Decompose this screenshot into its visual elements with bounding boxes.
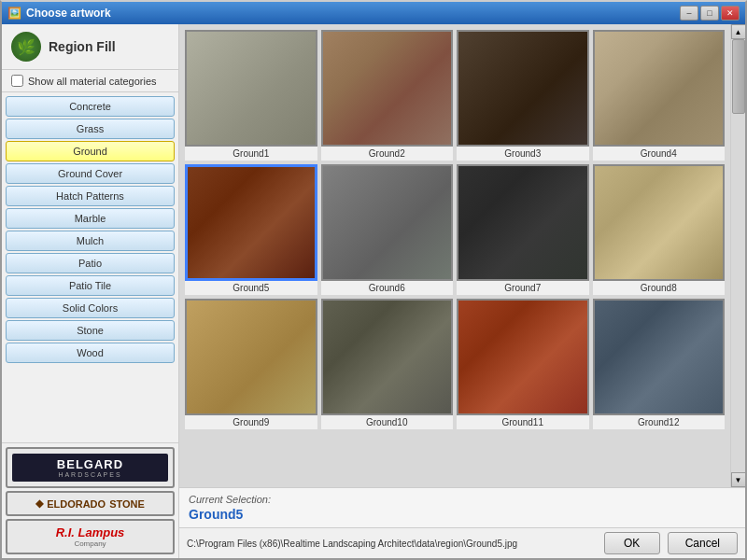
thumb-label-ground6: Ground6 — [321, 281, 454, 295]
window-icon: 🖼️ — [7, 7, 21, 20]
category-btn-mulch[interactable]: Mulch — [6, 231, 175, 251]
show-all-checkbox-area: Show all material categories — [2, 70, 178, 92]
thumb-wrapper-ground3 — [457, 30, 589, 147]
thumb-wrapper-ground9 — [185, 299, 317, 415]
thumb-texture-ground1 — [187, 32, 316, 145]
lampus-sponsor-button[interactable]: R.I. LampusCompany — [6, 519, 175, 554]
thumb-item-ground3[interactable]: Ground3 — [457, 30, 589, 161]
category-btn-patio-tile[interactable]: Patio Tile — [6, 275, 175, 296]
scroll-thumb[interactable] — [732, 39, 745, 114]
thumb-item-ground5[interactable]: Ground5 — [185, 164, 317, 295]
title-buttons: – □ ✕ — [680, 6, 740, 21]
thumb-label-ground5: Ground5 — [185, 281, 317, 295]
thumbnail-grid: Ground1Ground2Ground3Ground4Ground5Groun… — [179, 24, 730, 487]
content-area: 🌿 Region Fill Show all material categori… — [2, 24, 745, 558]
thumb-label-ground9: Ground9 — [185, 415, 317, 429]
thumb-wrapper-ground5 — [185, 164, 317, 281]
grid-scroll-wrapper: Ground1Ground2Ground3Ground4Ground5Groun… — [179, 24, 745, 487]
right-scrollbar: ▲ ▼ — [730, 24, 745, 487]
category-btn-ground[interactable]: Ground — [6, 141, 175, 161]
category-btn-patio[interactable]: Patio — [6, 253, 175, 273]
category-btn-hatch-patterns[interactable]: Hatch Patterns — [6, 186, 175, 206]
belgard-sublabel: HARDSCAPES — [16, 471, 164, 478]
thumb-texture-ground9 — [187, 301, 316, 413]
thumb-texture-ground12 — [595, 301, 724, 413]
cancel-button[interactable]: Cancel — [668, 532, 738, 554]
thumb-texture-ground10 — [323, 301, 452, 413]
thumb-label-ground10: Ground10 — [321, 415, 454, 429]
bottom-bar: C:\Program Files (x86)\Realtime Landscap… — [179, 527, 745, 558]
category-btn-marble[interactable]: Marble — [6, 208, 175, 229]
thumb-label-ground8: Ground8 — [593, 281, 726, 295]
thumb-item-ground11[interactable]: Ground11 — [457, 299, 589, 429]
scroll-down-arrow[interactable]: ▼ — [731, 472, 746, 487]
thumb-texture-ground6 — [323, 166, 452, 279]
thumb-item-ground4[interactable]: Ground4 — [593, 30, 726, 161]
thumb-label-ground7: Ground7 — [457, 281, 589, 295]
category-btn-solid-colors[interactable]: Solid Colors — [6, 298, 175, 318]
current-selection-value: Ground5 — [189, 507, 736, 522]
ok-button[interactable]: OK — [604, 532, 660, 554]
main-area: Ground1Ground2Ground3Ground4Ground5Groun… — [179, 24, 745, 558]
eldorado-sponsor-button[interactable]: ◆ ELDORADO STONE — [6, 491, 175, 516]
eldorado-label: ELDORADO — [47, 498, 106, 510]
thumb-texture-ground11 — [458, 301, 587, 413]
window-title: Choose artwork — [26, 7, 111, 20]
close-button[interactable]: ✕ — [721, 6, 740, 21]
thumb-item-ground1[interactable]: Ground1 — [185, 30, 317, 161]
region-fill-title: Region Fill — [49, 39, 116, 54]
thumb-item-ground10[interactable]: Ground10 — [321, 299, 454, 429]
thumb-wrapper-ground6 — [321, 164, 454, 281]
region-fill-header: 🌿 Region Fill — [2, 24, 178, 70]
thumb-label-ground2: Ground2 — [321, 147, 454, 161]
title-bar-left: 🖼️ Choose artwork — [7, 7, 111, 20]
thumb-texture-ground5 — [188, 167, 315, 278]
thumb-wrapper-ground8 — [593, 164, 726, 281]
scroll-track — [731, 39, 745, 472]
left-panel: 🌿 Region Fill Show all material categori… — [2, 24, 179, 558]
region-icon: 🌿 — [11, 32, 41, 62]
scroll-up-arrow[interactable]: ▲ — [731, 24, 746, 39]
thumb-texture-ground3 — [458, 32, 587, 145]
belgard-sponsor-button[interactable]: BELGARDHARDSCAPES — [6, 447, 175, 488]
thumb-wrapper-ground11 — [457, 299, 589, 415]
thumb-item-ground8[interactable]: Ground8 — [593, 164, 726, 295]
thumb-wrapper-ground1 — [185, 30, 317, 147]
lampus-sublabel: Company — [12, 539, 168, 548]
thumb-wrapper-ground7 — [457, 164, 589, 281]
eldorado-stone-label: STONE — [109, 498, 145, 510]
thumb-item-ground6[interactable]: Ground6 — [321, 164, 454, 295]
thumb-label-ground3: Ground3 — [457, 147, 589, 161]
category-btn-stone[interactable]: Stone — [6, 320, 175, 341]
thumb-item-ground7[interactable]: Ground7 — [457, 164, 589, 295]
show-all-checkbox[interactable] — [11, 75, 23, 87]
thumb-label-ground11: Ground11 — [457, 415, 589, 429]
eldorado-logo: ◆ ELDORADO STONE — [12, 497, 168, 510]
title-bar: 🖼️ Choose artwork – □ ✕ — [2, 2, 745, 24]
maximize-button[interactable]: □ — [700, 6, 719, 21]
file-path: C:\Program Files (x86)\Realtime Landscap… — [187, 539, 597, 549]
category-btn-concrete[interactable]: Concrete — [6, 96, 175, 117]
current-selection-label: Current Selection: — [189, 494, 736, 505]
thumb-texture-ground8 — [595, 166, 724, 279]
lampus-logo: R.I. LampusCompany — [12, 525, 168, 548]
category-btn-grass[interactable]: Grass — [6, 119, 175, 139]
thumb-wrapper-ground2 — [321, 30, 454, 147]
category-btn-ground-cover[interactable]: Ground Cover — [6, 163, 175, 184]
thumb-item-ground9[interactable]: Ground9 — [185, 299, 317, 429]
thumb-wrapper-ground12 — [593, 299, 726, 415]
thumb-item-ground12[interactable]: Ground12 — [593, 299, 726, 429]
thumb-label-ground12: Ground12 — [593, 415, 726, 429]
category-btn-wood[interactable]: Wood — [6, 343, 175, 363]
thumb-texture-ground2 — [323, 32, 452, 145]
show-all-label: Show all material categories — [28, 76, 157, 87]
belgard-logo: BELGARDHARDSCAPES — [12, 454, 168, 482]
minimize-button[interactable]: – — [680, 6, 698, 21]
choose-artwork-window: 🖼️ Choose artwork – □ ✕ 🌿 Region Fill Sh… — [0, 0, 747, 560]
thumb-label-ground1: Ground1 — [185, 147, 317, 161]
thumb-texture-ground7 — [458, 166, 587, 279]
thumb-wrapper-ground10 — [321, 299, 454, 415]
thumb-texture-ground4 — [595, 32, 724, 145]
selection-info: Current Selection: Ground5 — [179, 487, 745, 527]
thumb-item-ground2[interactable]: Ground2 — [321, 30, 454, 161]
